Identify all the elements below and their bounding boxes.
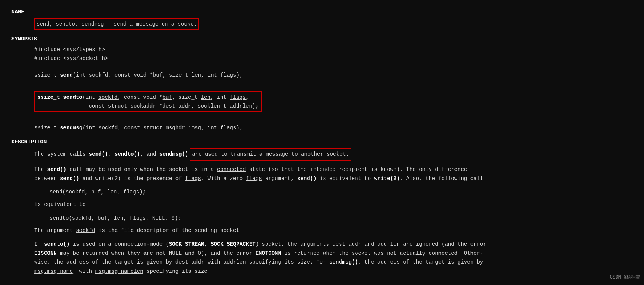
para4-line2: EISCONN may be returned when they are no… [34,250,483,256]
description-para3: The argument sockfd is the file descript… [34,226,633,235]
name-box: send, sendto, sendmsg - send a message o… [34,18,199,30]
description-header: DESCRIPTION [11,138,633,146]
synopsis-header: SYNOPSIS [11,35,633,43]
para2-line2: between send() and write(2) is the prese… [34,176,483,182]
para1-sendmsg: sendmsg() [159,151,188,157]
sendmsg-signature: ssize_t sendmsg(int sockfd, const struct… [34,124,633,132]
description-para4: If sendto() is used on a connection-mode… [34,240,633,276]
para3-prefix: The argument [34,227,76,233]
para4-line3: wise, the address of the target is given… [34,259,483,265]
para1-send: send() [89,151,108,157]
code-example1: send(sockfd, buf, len, flags); [50,188,633,196]
para3-sockfd: sockfd [76,227,95,233]
para3-rest: is the file descriptor of the sending so… [95,227,243,233]
watermark: CSDN @梧桐雪 [610,274,640,281]
description-para2: The send() call may be used only when th… [34,165,633,184]
name-content: send, sendto, sendmsg - send a message o… [37,21,197,27]
name-header: NAME [11,8,633,16]
para2-prefix: The send() call may be used only when th… [34,166,467,172]
include1: #include <sys/types.h> [34,45,633,54]
para4-line4: msg.msg_name, with msg.msg_namelen speci… [34,268,211,274]
para1-sendto: sendto() [114,151,140,157]
synopsis-content: #include <sys/types.h> #include <sys/soc… [34,45,633,132]
name-section: NAME send, sendto, sendmsg - send a mess… [11,8,633,30]
para1-comma1: , [108,151,114,157]
is-equivalent: is equivalent to [34,200,633,209]
para4-line1: If sendto() is used on a connection-mode… [34,241,486,247]
include2: #include <sys/socket.h> [34,54,633,63]
sendto-signature: ssize_t sendto(int sockfd, const void *b… [34,91,633,112]
description-section: DESCRIPTION The system calls send(), sen… [11,138,633,276]
para1-comma2: , and [140,151,159,157]
send-signature: ssize_t send(int sockfd, const void *buf… [34,71,633,79]
description-para1: The system calls send(), sendto(), and s… [34,148,633,161]
code-example2: sendto(sockfd, buf, len, flags, NULL, 0)… [50,214,633,222]
sendto-box: ssize_t sendto(int sockfd, const void *b… [34,91,262,112]
para1-boxed: are used to transmit a message to anothe… [190,148,351,161]
synopsis-section: SYNOPSIS #include <sys/types.h> #include… [11,35,633,132]
para1-prefix: The system calls [34,151,89,157]
